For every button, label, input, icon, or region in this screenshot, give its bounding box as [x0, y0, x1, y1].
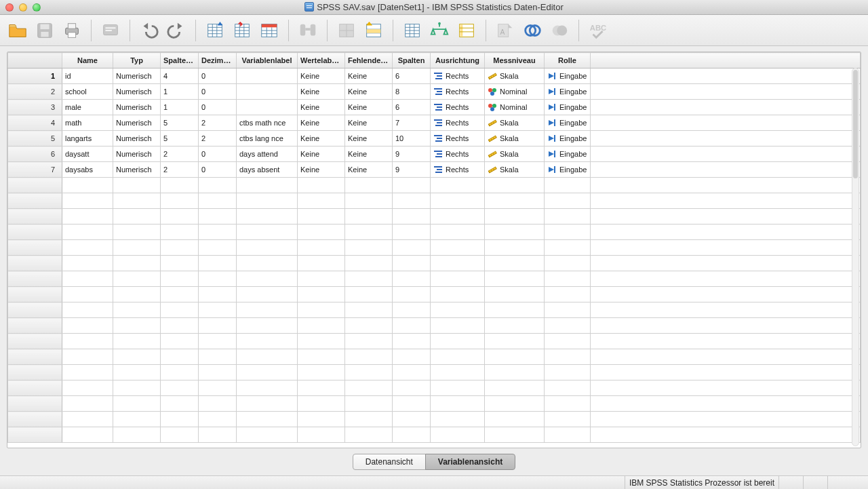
col-width[interactable]: Spaltenf... [161, 53, 199, 69]
cell-name[interactable]: id [62, 69, 113, 84]
weight-cases-button[interactable] [427, 18, 452, 43]
empty-cell[interactable] [431, 412, 485, 427]
col-type[interactable]: Typ [113, 53, 161, 69]
cell-colwidth[interactable]: 7 [393, 115, 431, 131]
empty-cell[interactable] [345, 271, 393, 287]
row-number[interactable]: 22 [8, 396, 62, 412]
cell-name[interactable]: daysatt [62, 146, 113, 162]
row-number[interactable]: 6 [8, 146, 62, 162]
cell-role[interactable]: Eingabe [545, 162, 591, 178]
empty-cell[interactable] [485, 240, 545, 256]
empty-cell[interactable] [485, 365, 545, 380]
empty-cell[interactable] [237, 271, 298, 287]
empty-row[interactable]: 11 [8, 224, 861, 240]
empty-cell[interactable] [298, 349, 345, 365]
row-number[interactable]: 15 [8, 287, 62, 302]
empty-cell[interactable] [485, 224, 545, 240]
cell-values[interactable]: Keine [298, 69, 345, 84]
empty-cell[interactable] [62, 256, 113, 271]
cell-measure[interactable]: Skala [485, 69, 545, 84]
cell-values[interactable]: Keine [298, 115, 345, 131]
col-missing[interactable]: Fehlende W... [345, 53, 393, 69]
empty-cell[interactable] [161, 380, 199, 396]
empty-cell[interactable] [298, 396, 345, 412]
cell-width[interactable]: 1 [161, 84, 199, 100]
empty-cell[interactable] [485, 396, 545, 412]
empty-cell[interactable] [393, 380, 431, 396]
empty-cell[interactable] [113, 396, 161, 412]
row-number[interactable]: 20 [8, 365, 62, 380]
empty-cell[interactable] [161, 349, 199, 365]
empty-cell[interactable] [62, 287, 113, 302]
empty-cell[interactable] [298, 318, 345, 334]
empty-cell[interactable] [298, 193, 345, 209]
empty-cell[interactable] [431, 271, 485, 287]
empty-cell[interactable] [485, 193, 545, 209]
row-number[interactable]: 18 [8, 334, 62, 349]
cell-width[interactable]: 4 [161, 69, 199, 84]
empty-cell[interactable] [113, 349, 161, 365]
empty-cell[interactable] [62, 349, 113, 365]
cell-decimals[interactable]: 2 [199, 131, 237, 146]
empty-cell[interactable] [62, 365, 113, 380]
empty-cell[interactable] [113, 427, 161, 443]
cell-name[interactable]: langarts [62, 131, 113, 146]
row-number[interactable]: 4 [8, 115, 62, 131]
empty-cell[interactable] [237, 209, 298, 224]
empty-cell[interactable] [431, 193, 485, 209]
empty-cell[interactable] [199, 396, 237, 412]
empty-cell[interactable] [345, 224, 393, 240]
empty-cell[interactable] [298, 271, 345, 287]
empty-cell[interactable] [62, 427, 113, 443]
empty-cell[interactable] [199, 256, 237, 271]
row-number[interactable]: 21 [8, 380, 62, 396]
empty-row[interactable]: 24 [8, 427, 861, 443]
cell-role[interactable]: Eingabe [545, 69, 591, 84]
empty-cell[interactable] [199, 302, 237, 318]
empty-cell[interactable] [113, 209, 161, 224]
cell-values[interactable]: Keine [298, 84, 345, 100]
col-colwidth[interactable]: Spalten [393, 53, 431, 69]
empty-cell[interactable] [298, 209, 345, 224]
empty-cell[interactable] [298, 334, 345, 349]
empty-cell[interactable] [298, 427, 345, 443]
cell-name[interactable]: male [62, 100, 113, 115]
empty-cell[interactable] [485, 209, 545, 224]
empty-cell[interactable] [161, 193, 199, 209]
empty-cell[interactable] [161, 224, 199, 240]
empty-cell[interactable] [161, 240, 199, 256]
cell-label[interactable]: ctbs lang nce [237, 131, 298, 146]
empty-row[interactable]: 10 [8, 209, 861, 224]
empty-cell[interactable] [393, 178, 431, 193]
empty-cell[interactable] [237, 224, 298, 240]
empty-cell[interactable] [345, 380, 393, 396]
empty-cell[interactable] [237, 287, 298, 302]
empty-cell[interactable] [393, 427, 431, 443]
empty-cell[interactable] [62, 224, 113, 240]
empty-cell[interactable] [113, 318, 161, 334]
empty-cell[interactable] [345, 287, 393, 302]
empty-cell[interactable] [113, 224, 161, 240]
empty-cell[interactable] [62, 209, 113, 224]
empty-cell[interactable] [393, 365, 431, 380]
empty-cell[interactable] [393, 396, 431, 412]
empty-cell[interactable] [545, 193, 591, 209]
row-number[interactable]: 2 [8, 84, 62, 100]
row-number[interactable]: 9 [8, 193, 62, 209]
empty-cell[interactable] [161, 209, 199, 224]
empty-cell[interactable] [237, 302, 298, 318]
cell-missing[interactable]: Keine [345, 84, 393, 100]
empty-cell[interactable] [113, 302, 161, 318]
cell-align[interactable]: Rechts [431, 100, 485, 115]
empty-cell[interactable] [485, 256, 545, 271]
empty-cell[interactable] [393, 271, 431, 287]
empty-cell[interactable] [113, 287, 161, 302]
empty-cell[interactable] [199, 240, 237, 256]
empty-cell[interactable] [545, 427, 591, 443]
empty-cell[interactable] [161, 396, 199, 412]
empty-row[interactable]: 16 [8, 302, 861, 318]
empty-cell[interactable] [237, 365, 298, 380]
cell-decimals[interactable]: 0 [199, 84, 237, 100]
empty-cell[interactable] [431, 287, 485, 302]
col-name[interactable]: Name [62, 53, 113, 69]
